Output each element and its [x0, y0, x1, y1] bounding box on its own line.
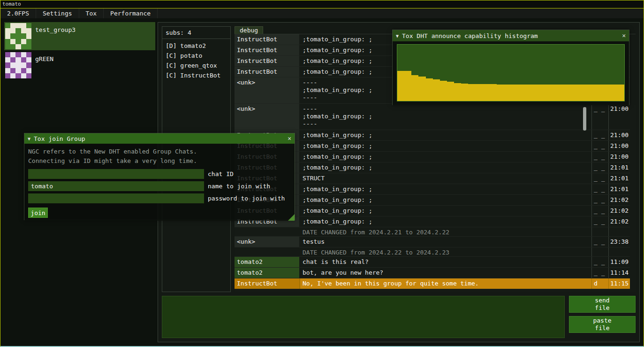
message-time: 21:02	[608, 216, 630, 227]
message-text: ;tomato_in_group: ;	[300, 184, 591, 194]
join-name-label: name to join with	[208, 183, 270, 190]
send-file-button[interactable]: send file	[569, 296, 636, 313]
paste-file-button[interactable]: paste file	[569, 316, 636, 333]
collapse-arrow-icon[interactable]: ▼	[396, 33, 399, 39]
message-time: 21:01	[608, 173, 630, 184]
tab-debug[interactable]: debug	[235, 26, 263, 34]
close-icon[interactable]: ✕	[622, 32, 626, 39]
join-fields: chat ID tomato name to join with passwor…	[28, 169, 291, 203]
join-description-line1: NGC refers to the New DHT enabled Group …	[28, 147, 291, 156]
join-window-body: NGC refers to the New DHT enabled Group …	[24, 144, 295, 221]
join-description-line2: Connecting via ID might take a very long…	[28, 156, 291, 166]
member-green_qtox[interactable]: [C] green_qtox	[162, 61, 230, 70]
table-row[interactable]: tomato2 bot, are you new here? _ _ 11:14	[235, 268, 630, 278]
message-text: ;tomato_in_group: ;	[300, 206, 591, 216]
date-changed-row: DATE CHANGED from 2024.2.22 to 2024.2.23	[235, 247, 630, 257]
message-text: bot, are you new here?	[300, 268, 591, 278]
resize-grip[interactable]	[288, 214, 295, 221]
table-row[interactable]: <unk> ---- ;tomato_in_group: ; ---- _ _ …	[235, 104, 630, 130]
menu-settings[interactable]: Settings	[36, 8, 79, 18]
member-tomato2[interactable]: [D] tomato2	[162, 41, 230, 51]
date-changed-text: DATE CHANGED from 2024.2.21 to 2024.2.22	[300, 227, 591, 236]
close-icon[interactable]: ✕	[288, 135, 291, 142]
message-text: ;tomato_in_group: ;	[300, 141, 591, 151]
message-status: _ _	[591, 206, 608, 216]
message-time: 21:02	[608, 206, 630, 216]
message-status: _ _	[591, 216, 608, 227]
message-status: _ _	[591, 152, 608, 162]
join-name-input[interactable]: tomato	[28, 181, 204, 191]
menu-performance[interactable]: Performance	[104, 8, 158, 18]
message-time: 21:01	[608, 184, 630, 194]
message-sender: InstructBot	[235, 56, 300, 66]
message-time: 21:00	[608, 104, 630, 130]
dht-histogram-window: ▼ Tox DHT announce capability histogram …	[392, 30, 629, 105]
message-status	[591, 227, 608, 236]
message-time: 21:00	[608, 152, 630, 162]
chat-id-label: chat ID	[208, 170, 234, 177]
message-time: 23:38	[608, 237, 630, 247]
message-text: ;tomato_in_group: ;	[300, 195, 591, 205]
join-window-title: Tox join Group	[34, 135, 85, 142]
message-text: ;tomato_in_group: ;	[300, 162, 591, 173]
members-count: subs: 4	[162, 27, 230, 38]
histogram-plot[interactable]	[397, 44, 625, 101]
message-input[interactable]	[162, 296, 565, 338]
histogram-window-body	[393, 41, 629, 105]
join-group-window: ▼ Tox join Group ✕ NGC refers to the New…	[24, 133, 295, 220]
menu-fps[interactable]: 2.0FPS	[0, 8, 36, 18]
message-status: _ _	[591, 162, 608, 173]
message-sender: InstructBot	[235, 67, 300, 77]
collapse-arrow-icon[interactable]: ▼	[28, 136, 30, 141]
group-name: gREEN	[35, 55, 53, 78]
file-buttons: send file paste file	[569, 296, 636, 338]
member-potato[interactable]: [C] potato	[162, 51, 230, 61]
sidebar-item-green[interactable]: gREEN	[4, 51, 155, 79]
message-sender: InstructBot	[235, 34, 300, 45]
histogram-window-titlebar[interactable]: ▼ Tox DHT announce capability histogram …	[393, 30, 629, 41]
message-sender	[235, 227, 300, 236]
message-sender: InstructBot	[235, 45, 300, 55]
message-sender: InstructBot	[235, 278, 300, 289]
date-changed-text: DATE CHANGED from 2024.2.22 to 2024.2.23	[300, 247, 591, 256]
chat-id-input[interactable]	[28, 169, 204, 179]
group-avatar	[5, 52, 31, 78]
message-time: 11:14	[608, 268, 630, 278]
composer-row: send file paste file	[162, 296, 636, 338]
window-titlebar[interactable]: tomato	[0, 0, 644, 8]
message-sender: tomato2	[235, 257, 300, 267]
message-sender	[235, 247, 300, 256]
group-avatar	[5, 23, 31, 49]
message-text: ---- ;tomato_in_group: ; ----	[300, 104, 591, 130]
group-sidebar: test_group3 gREEN	[4, 22, 155, 80]
join-button[interactable]: join	[28, 208, 48, 218]
message-status: _ _	[591, 268, 608, 278]
message-text: No, I've been in this group for quite so…	[300, 278, 591, 289]
join-password-input[interactable]	[28, 193, 204, 203]
message-status: _ _	[591, 141, 608, 151]
member-instructbot[interactable]: [C] InstructBot	[162, 70, 230, 80]
message-sender: <unk>	[235, 104, 300, 130]
menu-tox[interactable]: Tox	[79, 8, 104, 18]
table-row[interactable]: <unk> testus _ _ 23:38	[235, 237, 630, 247]
message-status	[591, 247, 608, 256]
window-title: tomato	[2, 1, 21, 7]
message-text: chat is this real?	[300, 257, 591, 267]
message-text: ;tomato_in_group: ;	[300, 130, 591, 140]
message-time: 21:02	[608, 195, 630, 205]
message-text: testus	[300, 237, 591, 247]
message-time: 21:00	[608, 130, 630, 140]
message-status: _ _	[591, 257, 608, 267]
sidebar-item-test_group3[interactable]: test_group3	[4, 22, 155, 50]
message-time: 11:15	[608, 278, 630, 289]
message-time: 21:00	[608, 141, 630, 151]
message-time: 21:01	[608, 162, 630, 173]
chat-scrollbar-thumb[interactable]	[583, 107, 586, 131]
separator	[162, 39, 230, 39]
join-window-titlebar[interactable]: ▼ Tox join Group ✕	[24, 133, 295, 144]
histogram-window-title: Tox DHT announce capability histogram	[402, 32, 538, 39]
message-text: STRUCT	[300, 173, 591, 184]
message-text: ;tomato_in_group: ;	[300, 216, 591, 227]
table-row-highlighted[interactable]: InstructBot No, I've been in this group …	[235, 278, 630, 289]
table-row[interactable]: tomato2 chat is this real? _ _ 11:09	[235, 257, 630, 268]
